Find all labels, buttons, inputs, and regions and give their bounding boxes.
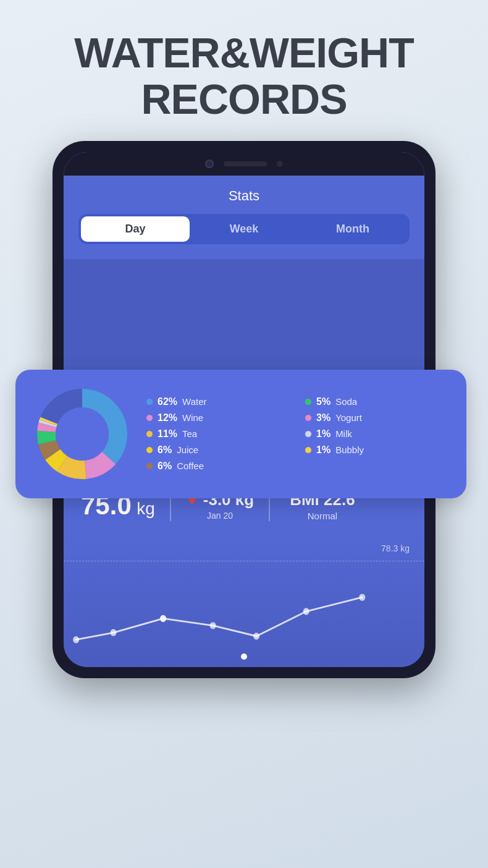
page-title-section: WATER&WEIGHT RECORDS <box>0 0 488 141</box>
phone-notch <box>64 152 424 176</box>
svg-point-24 <box>359 594 365 600</box>
chart-dashed-line <box>64 561 424 561</box>
app-title: WATER&WEIGHT RECORDS <box>0 30 488 122</box>
svg-point-18 <box>73 636 79 643</box>
legend-item-juice: 6% Juice <box>146 445 290 456</box>
svg-point-19 <box>111 629 117 636</box>
legend-item-coffee: 6% Coffee <box>146 461 290 472</box>
weight-date: Jan 20 <box>186 511 254 521</box>
legend-dot-juice <box>146 447 153 453</box>
svg-point-23 <box>303 608 309 615</box>
donut-card: 62% Water 5% Soda 12% Wine 3% Yogurt <box>15 370 466 498</box>
weight-chart: 78.3 kg <box>64 531 424 667</box>
legend-dot-coffee <box>146 463 153 469</box>
legend-item-yogurt: 3% Yogurt <box>305 412 449 423</box>
bmi-label: Normal <box>290 511 355 521</box>
legend-dot-soda <box>305 399 311 405</box>
svg-point-20 <box>160 615 166 621</box>
legend-dot-milk <box>305 431 311 437</box>
page-indicator <box>241 653 247 660</box>
legend-item-water: 62% Water <box>146 396 290 407</box>
legend-dot-yogurt <box>305 415 311 421</box>
tab-bar[interactable]: Day Week Month <box>78 214 410 244</box>
svg-point-22 <box>253 632 259 639</box>
donut-legend: 62% Water 5% Soda 12% Wine 3% Yogurt <box>146 396 449 472</box>
notch-speaker <box>224 161 267 166</box>
legend-dot-tea <box>146 431 153 437</box>
notch-camera <box>205 160 214 168</box>
stats-title: Stats <box>78 188 410 204</box>
stats-section: Stats Day Week Month <box>64 176 424 259</box>
legend-dot-bubbly <box>305 447 311 453</box>
donut-chart <box>33 385 132 483</box>
tab-month[interactable]: Month <box>298 216 407 242</box>
legend-item-wine: 12% Wine <box>146 412 290 423</box>
tab-week[interactable]: Week <box>190 216 298 242</box>
tab-day[interactable]: Day <box>81 216 190 242</box>
notch-sensor <box>277 161 283 167</box>
chart-reference-label: 78.3 kg <box>381 543 410 553</box>
legend-item-bubbly: 1% Bubbly <box>305 445 449 456</box>
legend-dot-wine <box>146 415 153 421</box>
legend-item-soda: 5% Soda <box>305 396 449 407</box>
weight-unit: kg <box>137 499 155 518</box>
phone-frame: 62% Water 5% Soda 12% Wine 3% Yogurt <box>53 141 435 678</box>
legend-item-tea: 11% Tea <box>146 428 290 440</box>
svg-point-21 <box>210 622 216 629</box>
legend-item-milk: 1% Milk <box>305 428 449 440</box>
legend-dot-water <box>146 399 153 405</box>
svg-point-10 <box>56 407 109 461</box>
